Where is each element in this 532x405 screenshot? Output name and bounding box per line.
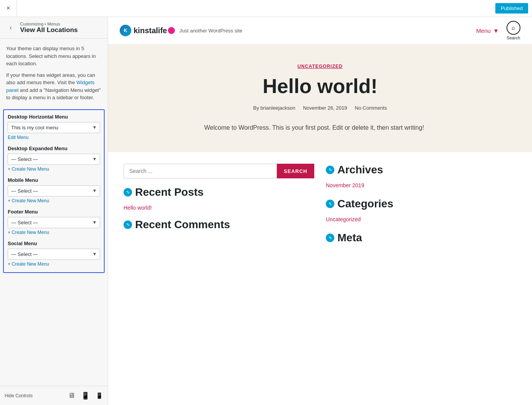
categories-header: ✎ Categories [326, 198, 517, 210]
create-new-menu-link-desktop-expanded[interactable]: + Create New Menu [8, 166, 100, 172]
site-tagline: Just another WordPress site [180, 28, 242, 34]
panel-scroll: Desktop Horizontal Menu This is my cool … [0, 106, 108, 386]
panel-header: ‹ Customizing • Menus View All Locations [0, 17, 108, 39]
hide-controls-label[interactable]: Hide Controls [5, 393, 33, 398]
select-wrap-desktop-expanded: — Select — ▼ [8, 154, 100, 165]
pencil-icon: ✎ [124, 188, 132, 197]
post-date: November 26, 2019 [303, 105, 347, 111]
search-input[interactable] [124, 164, 277, 178]
category-tag[interactable]: UNCATEGORIZED [124, 64, 517, 69]
search-text: Search [507, 36, 520, 40]
main-layout: ‹ Customizing • Menus View All Locations… [0, 17, 532, 405]
post-comments: No Comments [355, 105, 387, 111]
select-mobile-menu[interactable]: — Select — [8, 185, 100, 197]
search-button[interactable]: SEARCH [277, 164, 314, 178]
mobile-view-icon[interactable]: 📱 [96, 392, 103, 399]
content-area: UNCATEGORIZED Hello world! By brianleeja… [108, 44, 532, 152]
site-logo: K kinstalife [120, 25, 175, 36]
categories-title: Categories [337, 198, 393, 210]
site-header: K kinstalife Just another WordPress site… [108, 17, 532, 44]
select-desktop-expanded[interactable]: — Select — [8, 154, 100, 165]
select-wrap-mobile-menu: — Select — ▼ [8, 185, 100, 197]
logo-icon: K [120, 25, 131, 36]
location-label-mobile-menu: Mobile Menu [8, 177, 100, 183]
location-footer-menu: Footer Menu — Select — ▼ + Create New Me… [8, 209, 100, 235]
logo-dot [168, 27, 175, 34]
location-mobile-menu: Mobile Menu — Select — ▼ + Create New Me… [8, 177, 100, 203]
edit-menu-link[interactable]: Edit Menu [8, 135, 100, 140]
post-content: Welcome to WordPress. This is your first… [204, 122, 436, 133]
archives-header: ✎ Archives [326, 164, 517, 176]
post-meta: By brianleejackson November 26, 2019 No … [124, 105, 517, 111]
chevron-down-icon: ▼ [493, 27, 499, 34]
category-link[interactable]: Uncategorized [326, 216, 517, 222]
location-label-footer-menu: Footer Menu [8, 209, 100, 215]
pencil-icon-comments: ✎ [124, 220, 132, 229]
select-wrap-footer-menu: — Select — ▼ [8, 217, 100, 228]
close-button[interactable]: × [0, 0, 17, 17]
location-label-desktop-horizontal: Desktop Horizontal Menu [8, 114, 100, 120]
nav-menu-button[interactable]: Menu ▼ [476, 27, 499, 34]
right-widgets: ✎ Archives November 2019 ✎ Categories Un… [326, 164, 517, 250]
location-label-desktop-expanded: Desktop Expanded Menu [8, 146, 100, 151]
description-text-2: If your theme has widget areas, you can … [6, 71, 102, 102]
pencil-icon-archives: ✎ [326, 166, 334, 174]
create-new-menu-link-footer[interactable]: + Create New Menu [8, 230, 100, 235]
recent-posts-header: ✎ Recent Posts [124, 186, 314, 198]
archive-month[interactable]: November 2019 [326, 182, 364, 188]
post-author: By brianleejackson [253, 105, 295, 111]
location-desktop-horizontal: Desktop Horizontal Menu This is my cool … [8, 114, 100, 140]
site-search-button[interactable]: ⌕ Search [507, 21, 520, 40]
recent-post-link[interactable]: Hello world! [124, 205, 314, 211]
archives-title: Archives [337, 164, 383, 176]
select-wrap-social-menu: — Select — ▼ [8, 249, 100, 260]
panel-title-group: Customizing • Menus View All Locations [18, 22, 104, 34]
select-footer-menu[interactable]: — Select — [8, 217, 100, 228]
breadcrumb: Customizing • Menus [20, 22, 104, 26]
top-bar: × Published [0, 0, 532, 17]
location-desktop-expanded: Desktop Expanded Menu — Select — ▼ + Cre… [8, 146, 100, 172]
published-button[interactable]: Published [495, 3, 528, 14]
page-title: View All Locations [20, 26, 104, 34]
locations-container: Desktop Horizontal Menu This is my cool … [3, 109, 105, 273]
customizer-panel: ‹ Customizing • Menus View All Locations… [0, 17, 108, 405]
panel-bottom: Hide Controls 🖥 📱 📱 [0, 386, 108, 405]
select-social-menu[interactable]: — Select — [8, 249, 100, 260]
recent-comments-title: Recent Comments [135, 219, 230, 231]
meta-title: Meta [337, 232, 362, 244]
post-title: Hello world! [124, 75, 517, 97]
close-icon: × [6, 4, 10, 12]
select-desktop-horizontal[interactable]: This is my cool menu [8, 122, 100, 133]
left-widgets: SEARCH ✎ Recent Posts Hello world! ✎ Rec… [124, 164, 314, 250]
site-name: kinstalife [134, 26, 167, 35]
meta-header: ✎ Meta [326, 232, 517, 244]
recent-posts-title: Recent Posts [135, 186, 203, 198]
create-new-menu-link-mobile[interactable]: + Create New Menu [8, 198, 100, 203]
select-wrap-desktop-horizontal: This is my cool menu ▼ [8, 122, 100, 133]
panel-description: Your theme can display menus in 5 locati… [0, 39, 108, 106]
preview-area: K kinstalife Just another WordPress site… [108, 17, 532, 405]
pencil-icon-meta: ✎ [326, 234, 334, 242]
search-widget: SEARCH [124, 164, 314, 178]
create-new-menu-link-social[interactable]: + Create New Menu [8, 261, 100, 267]
location-social-menu: Social Menu — Select — ▼ + Create New Me… [8, 241, 100, 267]
recent-comments-header: ✎ Recent Comments [124, 219, 314, 231]
search-icon: ⌕ [507, 21, 520, 35]
back-button[interactable]: ‹ [4, 21, 18, 35]
widgets-area: SEARCH ✎ Recent Posts Hello world! ✎ Rec… [108, 152, 532, 262]
tablet-view-icon[interactable]: 📱 [81, 391, 90, 400]
pencil-icon-categories: ✎ [326, 200, 334, 208]
nav-menu-label: Menu [476, 27, 491, 34]
location-label-social-menu: Social Menu [8, 241, 100, 246]
description-text-1: Your theme can display menus in 5 locati… [6, 45, 102, 68]
desktop-view-icon[interactable]: 🖥 [68, 391, 75, 400]
